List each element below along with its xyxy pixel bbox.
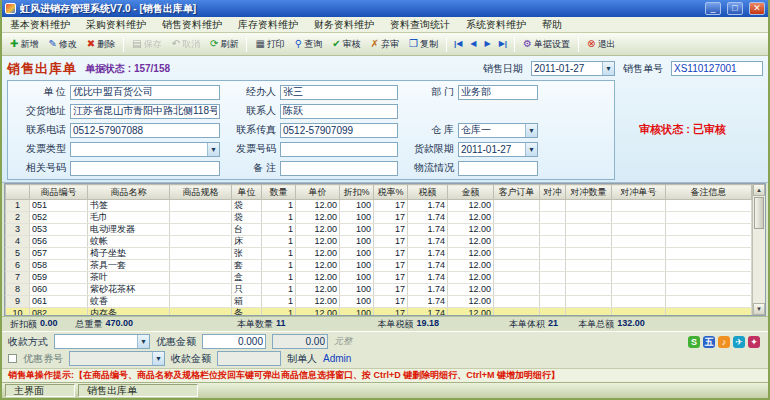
receive-amount-label: 收款金额 xyxy=(171,352,211,366)
warehouse-dropdown-icon[interactable]: ▼ xyxy=(525,124,537,137)
maximize-button[interactable]: □ xyxy=(727,2,743,15)
column-header-14[interactable]: 备注信息 xyxy=(666,185,752,200)
network-icon[interactable]: ✈ xyxy=(733,336,745,348)
table-row[interactable]: 6058茶具一套套112.00100171.7412.00 xyxy=(6,260,752,272)
menu-item-system-data[interactable]: 系统资料维护 xyxy=(458,17,534,32)
toolbar-button-nav-prev[interactable]: ◀ xyxy=(466,35,480,54)
cell: 053 xyxy=(30,224,88,236)
minimize-button[interactable]: _ xyxy=(705,2,721,15)
sound-icon[interactable]: ♪ xyxy=(718,336,730,348)
column-header-9[interactable]: 金额 xyxy=(448,185,494,200)
column-header-4[interactable]: 数量 xyxy=(262,185,296,200)
toolbar-button-print[interactable]: ▦打印 xyxy=(250,35,289,54)
cell: 17 xyxy=(374,248,408,260)
sale-date-picker[interactable]: ▼ xyxy=(531,61,615,76)
warehouse-input[interactable] xyxy=(459,124,525,137)
agent-input[interactable] xyxy=(280,85,398,100)
clock-icon[interactable]: ✦ xyxy=(748,336,760,348)
table-row[interactable]: 8060紫砂花茶杯只112.00100171.7412.00 xyxy=(6,284,752,296)
table-row[interactable]: 9061蚊香箱112.00100171.7412.00 xyxy=(6,296,752,308)
table-row[interactable]: 3053电动理发器台112.00100171.7412.00 xyxy=(6,224,752,236)
column-header-13[interactable]: 对冲单号 xyxy=(612,185,666,200)
due-date-input[interactable] xyxy=(459,143,525,156)
vertical-scrollbar[interactable]: ▲ ▼ xyxy=(752,184,765,315)
due-date-picker[interactable]: ▼ xyxy=(458,142,538,157)
skype-icon[interactable]: S xyxy=(688,336,700,348)
close-button[interactable]: ✕ xyxy=(749,2,765,15)
cell: 12.00 xyxy=(448,284,494,296)
table-row[interactable]: 2052毛巾袋112.00100171.7412.00 xyxy=(6,212,752,224)
cell xyxy=(612,308,666,316)
toolbar-button-refresh[interactable]: ⟳刷新 xyxy=(205,35,243,54)
toolbar-button-copy[interactable]: ❐复制 xyxy=(404,35,443,54)
toolbar-button-delete[interactable]: ✖删除 xyxy=(82,35,120,54)
table-row[interactable]: 5057椅子坐垫张112.00100171.7412.00 xyxy=(6,248,752,260)
remark-input[interactable] xyxy=(280,161,398,176)
menu-item-inventory-data[interactable]: 库存资料维护 xyxy=(230,17,306,32)
column-header-12[interactable]: 对冲数量 xyxy=(566,185,612,200)
scroll-up-icon[interactable]: ▲ xyxy=(753,184,765,196)
doc-status-label: 单据状态 : xyxy=(85,63,131,74)
column-header-2[interactable]: 商品规格 xyxy=(170,185,232,200)
payment-method-input[interactable] xyxy=(55,335,137,348)
menu-item-sales-data[interactable]: 销售资料维护 xyxy=(154,17,230,32)
address-input[interactable] xyxy=(70,104,220,119)
column-header-7[interactable]: 税率% xyxy=(374,185,408,200)
toolbar-button-nav-last[interactable]: ▶| xyxy=(495,35,511,54)
toolbar-button-nav-first[interactable]: |◀ xyxy=(450,35,466,54)
due-date-dropdown-icon[interactable]: ▼ xyxy=(525,143,537,156)
column-header-8[interactable]: 税额 xyxy=(408,185,448,200)
menu-item-help[interactable]: 帮助 xyxy=(534,17,570,32)
toolbar-button-edit[interactable]: ✎修改 xyxy=(43,35,81,54)
calendar-dropdown-icon[interactable]: ▼ xyxy=(602,62,614,75)
table-row[interactable]: 7059茶叶盒112.00100171.7412.00 xyxy=(6,272,752,284)
toolbar-button-doc-settings[interactable]: ⚙单据设置 xyxy=(518,35,575,54)
column-header-5[interactable]: 单价 xyxy=(296,185,340,200)
coupon-checkbox[interactable] xyxy=(8,354,17,363)
fax-input[interactable] xyxy=(280,123,398,138)
logistics-input[interactable] xyxy=(458,161,538,176)
table-row[interactable]: 1051书签袋112.00100171.7412.00 xyxy=(6,200,752,212)
invoice-type-input[interactable] xyxy=(71,143,207,156)
warehouse-select[interactable]: ▼ xyxy=(458,123,538,138)
toolbar-button-nav-next[interactable]: ▶ xyxy=(480,35,494,54)
payment-method-select[interactable]: ▼ xyxy=(54,334,150,349)
menu-item-finance-data[interactable]: 财务资料维护 xyxy=(306,17,382,32)
discount-amount-input[interactable] xyxy=(202,334,266,349)
scroll-thumb[interactable] xyxy=(754,197,764,229)
toolbar-button-new[interactable]: ✚新增 xyxy=(5,35,43,54)
scroll-down-icon[interactable]: ▼ xyxy=(753,303,765,315)
menu-item-query-stats[interactable]: 资料查询统计 xyxy=(382,17,458,32)
column-header-11[interactable]: 对冲 xyxy=(540,185,566,200)
column-header-6[interactable]: 折扣% xyxy=(340,185,374,200)
toolbar-button-search[interactable]: ⚲查询 xyxy=(290,35,327,54)
invoice-no-input[interactable] xyxy=(280,142,398,157)
toolbar-button-exit[interactable]: ⊗退出 xyxy=(582,35,620,54)
unit-input[interactable] xyxy=(70,85,220,100)
column-header-3[interactable]: 单位 xyxy=(232,185,262,200)
invoice-type-select[interactable]: ▼ xyxy=(70,142,220,157)
column-header-1[interactable]: 商品名称 xyxy=(88,185,170,200)
coupon-select: ▼ xyxy=(69,351,165,366)
column-header-0[interactable]: 商品编号 xyxy=(30,185,88,200)
column-header-10[interactable]: 客户订单 xyxy=(494,185,540,200)
dept-input[interactable] xyxy=(458,85,538,100)
cell: 12.00 xyxy=(296,224,340,236)
payment-method-dropdown-icon[interactable]: ▼ xyxy=(137,335,149,348)
items-table-container[interactable]: 商品编号商品名称商品规格单位数量单价折扣%税率%税额金额客户订单对冲对冲数量对冲… xyxy=(5,184,752,315)
menu-item-basic-data[interactable]: 基本资料维护 xyxy=(2,17,78,32)
toolbar-button-audit[interactable]: ✔审核 xyxy=(327,35,365,54)
invoice-type-dropdown-icon[interactable]: ▼ xyxy=(207,143,219,156)
cell: 只 xyxy=(232,284,262,296)
toolbar-button-unaudit[interactable]: ✗弃审 xyxy=(366,35,404,54)
contact-input[interactable] xyxy=(280,104,398,119)
ref-no-input[interactable] xyxy=(70,161,220,176)
table-row[interactable]: 4056蚊帐床112.00100171.7412.00 xyxy=(6,236,752,248)
input-method-icon[interactable]: 五 xyxy=(703,336,715,348)
save-icon: ▤ xyxy=(132,39,141,49)
sale-no-input[interactable] xyxy=(671,61,763,76)
menu-item-purchase-data[interactable]: 采购资料维护 xyxy=(78,17,154,32)
sale-date-input[interactable] xyxy=(532,62,602,75)
phone-input[interactable] xyxy=(70,123,220,138)
table-row[interactable]: 10082内存条条112.00100171.7412.00 xyxy=(6,308,752,316)
